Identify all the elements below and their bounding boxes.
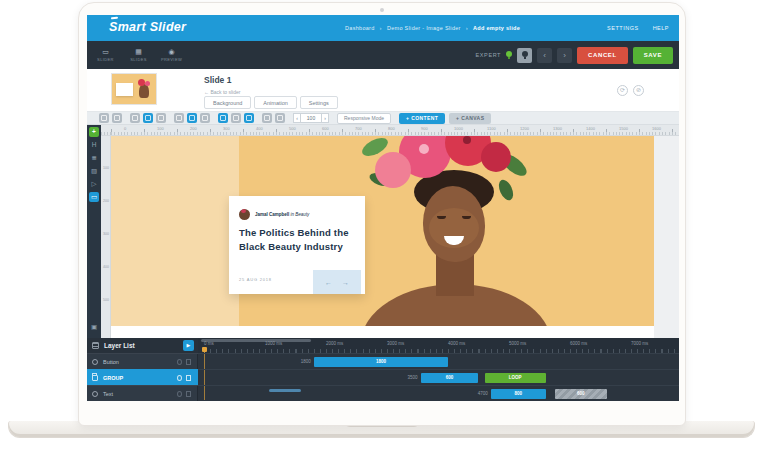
mobile-icon[interactable] <box>156 113 166 123</box>
card-byline: Jamal Campbell in Beauty <box>255 212 309 217</box>
help-link[interactable]: HELP <box>653 25 669 31</box>
guides-icon[interactable] <box>231 113 241 123</box>
layer-row[interactable]: Text <box>87 385 198 401</box>
image-layer-button[interactable]: ▨ <box>89 166 99 176</box>
heading-layer-button[interactable]: H <box>89 140 99 150</box>
breadcrumb-separator: › <box>380 25 382 31</box>
breadcrumb-item[interactable]: Demo Slider - Image Slider <box>387 25 461 31</box>
layer-list-icon[interactable] <box>244 113 254 123</box>
layer-row[interactable]: GROUP <box>87 369 198 385</box>
delay-value[interactable]: 3500 <box>388 373 418 383</box>
delay-value[interactable]: 1800 <box>281 357 311 367</box>
button-layer-button[interactable]: ▭ <box>89 192 99 202</box>
settings-link[interactable]: SETTINGS <box>607 25 639 31</box>
animation-bar-blue[interactable]: 1800 <box>314 357 448 367</box>
save-button[interactable]: SAVE <box>633 47 673 64</box>
align-center-icon[interactable] <box>187 113 197 123</box>
add-content-button[interactable]: + CONTENT <box>399 113 445 124</box>
align-right-icon[interactable] <box>200 113 210 123</box>
cancel-button[interactable]: CANCEL <box>577 47 628 64</box>
folder-icon[interactable] <box>92 375 98 381</box>
expert-label: EXPERT <box>476 52 502 58</box>
prev-arrow-button[interactable]: ← <box>325 279 332 286</box>
thumbnail-flower <box>145 81 150 86</box>
back-to-slider-link[interactable]: ← Back to slider <box>204 89 240 95</box>
breadcrumb-item[interactable]: Add empty slide <box>473 25 520 31</box>
ruler-label: 100 <box>157 126 164 131</box>
tab-animation[interactable]: Animation <box>254 96 296 109</box>
responsive-mode-button[interactable]: Responsive Mode <box>337 113 391 124</box>
layer-row[interactable]: Button <box>87 353 198 369</box>
animation-bar-blue[interactable]: 800 <box>491 389 546 399</box>
card-title-line2: Black Beauty Industry <box>239 240 349 254</box>
ruler-label: 500 <box>289 126 296 131</box>
delete-layer-icon[interactable] <box>186 391 191 397</box>
redo-button[interactable]: › <box>557 48 572 63</box>
add-layer-button[interactable]: + <box>89 127 99 137</box>
eye-icon[interactable] <box>92 359 98 365</box>
timeline-tick-label: 7000 ms <box>631 341 648 346</box>
hint-button[interactable] <box>517 48 532 63</box>
timeline-scrollbar-top[interactable] <box>201 339 311 342</box>
thumbnail-card <box>116 83 133 96</box>
align-left-icon[interactable] <box>174 113 184 123</box>
laptop-bezel: Smart Slider Dashboard›Demo Slider - Ima… <box>78 2 686 426</box>
card-layer[interactable]: Jamal Campbell in Beauty The Politics Be… <box>229 196 365 294</box>
undo-icon[interactable] <box>99 113 109 123</box>
ruler-label: 900 <box>421 126 428 131</box>
breadcrumb-item[interactable]: Dashboard <box>345 25 375 31</box>
settings-gear-icon[interactable] <box>275 113 285 123</box>
button-label: SLIDER <box>97 57 114 62</box>
flower-center <box>419 144 429 154</box>
app-logo[interactable]: Smart Slider <box>109 19 186 34</box>
flower-coral <box>375 152 411 188</box>
zoom-in-button[interactable]: › <box>321 113 329 123</box>
video-layer-button[interactable]: ▷ <box>89 179 99 189</box>
thumbnail-model <box>139 84 149 98</box>
play-animations-button[interactable]: ▶ <box>183 340 194 351</box>
add-canvas-button[interactable]: + CANVAS <box>449 113 491 124</box>
animation-bar-grey[interactable]: 600 <box>555 389 607 399</box>
desktop-icon[interactable] <box>130 113 140 123</box>
card-arrow-box: ← → <box>313 270 361 294</box>
timeline-scrollbar-horizontal[interactable] <box>269 389 301 392</box>
tablet-icon[interactable] <box>143 113 153 123</box>
timeline-track-area: 0 ms1000 ms2000 ms3000 ms4000 ms5000 ms6… <box>198 338 679 401</box>
slider-button[interactable]: ▭SLIDER <box>89 41 122 69</box>
animation-bar-blue[interactable]: 600 <box>421 373 479 383</box>
slide-background[interactable] <box>111 136 654 326</box>
delete-layer-icon[interactable] <box>186 375 191 381</box>
expert-toggle-lightbulb-icon[interactable] <box>506 51 512 59</box>
slide-thumbnail[interactable] <box>111 73 157 105</box>
delay-value[interactable]: 4700 <box>458 389 488 399</box>
slides-button[interactable]: ▦SLIDES <box>122 41 155 69</box>
link-layer-icon[interactable] <box>177 359 182 365</box>
ruler-label: 300 <box>223 126 230 131</box>
next-arrow-button[interactable]: → <box>342 279 349 286</box>
animation-bar-green[interactable]: LOOP <box>485 373 546 383</box>
text-layer-button[interactable]: ≣ <box>89 153 99 163</box>
eye-icon[interactable] <box>92 391 98 397</box>
slide-refresh-icon[interactable]: ⟳ <box>617 85 628 96</box>
visibility-icon[interactable] <box>262 113 272 123</box>
undo-button[interactable]: ‹ <box>537 48 552 63</box>
timeline-row: 3500600LOOP <box>198 369 679 385</box>
zoom-value[interactable]: 100 <box>301 113 321 123</box>
link-layer-icon[interactable] <box>177 391 182 397</box>
layer-list-header: Layer List ▶ <box>87 338 198 353</box>
delete-layer-icon[interactable] <box>186 359 191 365</box>
snap-grid-icon[interactable] <box>218 113 228 123</box>
tab-settings[interactable]: Settings <box>300 96 338 109</box>
slide-canvas[interactable]: Jamal Campbell in Beauty The Politics Be… <box>111 136 679 338</box>
ruler-label: 1600 <box>652 126 661 131</box>
device-preview-button[interactable]: ▣ <box>89 322 99 332</box>
ruler-label: 200 <box>101 199 111 203</box>
link-layer-icon[interactable] <box>177 375 182 381</box>
preview-button[interactable]: ◉PREVIEW <box>155 41 188 69</box>
tab-background[interactable]: Background <box>204 96 251 109</box>
ruler-label: 800 <box>388 126 395 131</box>
slide-remove-icon[interactable]: ⊘ <box>633 85 644 96</box>
editor-toolbar: ▭SLIDER▦SLIDES◉PREVIEW EXPERT ‹ › CANCEL… <box>87 41 679 69</box>
zoom-out-button[interactable]: ‹ <box>293 113 301 123</box>
redo-icon[interactable] <box>112 113 122 123</box>
